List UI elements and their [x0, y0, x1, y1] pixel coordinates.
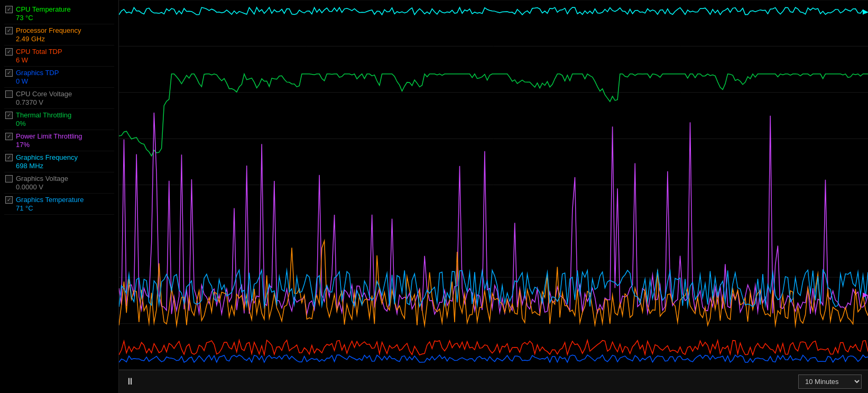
chart-canvas-wrapper [119, 0, 868, 370]
metric-header-thermal-throttling: Thermal Throttling [5, 111, 113, 119]
metric-name-cpu-core-voltage: CPU Core Voltage [16, 90, 72, 98]
metric-value-graphics-voltage: 0.0000 V [5, 183, 113, 191]
metric-checkbox-power-limit-throttling[interactable] [5, 133, 13, 140]
metric-item-graphics-frequency: Graphics Frequency698 MHz [4, 151, 114, 172]
metric-name-graphics-tdp: Graphics TDP [16, 69, 59, 77]
metric-item-cpu-core-voltage: CPU Core Voltage0.7370 V [4, 88, 114, 109]
metric-header-cpu-total-tdp: CPU Total TDP [5, 48, 113, 56]
metric-value-graphics-temperature: 71 °C [5, 204, 113, 212]
metric-name-graphics-temperature: Graphics Temperature [16, 196, 84, 204]
metric-header-power-limit-throttling: Power Limit Throttling [5, 132, 113, 140]
metric-value-thermal-throttling: 0% [5, 120, 113, 127]
metric-checkbox-cpu-core-voltage[interactable] [5, 90, 13, 98]
metric-name-power-limit-throttling: Power Limit Throttling [16, 132, 82, 140]
metric-item-graphics-temperature: Graphics Temperature71 °C [4, 194, 114, 215]
metric-name-processor-frequency: Processor Frequency [16, 26, 81, 34]
metric-value-processor-frequency: 2.49 GHz [5, 35, 113, 43]
metric-value-cpu-total-tdp: 6 W [5, 56, 113, 64]
metric-header-cpu-temperature: CPU Temperature [5, 5, 113, 13]
metric-item-thermal-throttling: Thermal Throttling0% [4, 109, 114, 130]
chart-area: ⏸ 1 Minute5 Minutes10 Minutes30 Minutes6… [119, 0, 868, 393]
metric-header-graphics-frequency: Graphics Frequency [5, 153, 113, 161]
metric-value-graphics-tdp: 0 W [5, 77, 113, 85]
metric-header-graphics-tdp: Graphics TDP [5, 69, 113, 77]
metric-header-graphics-voltage: Graphics Voltage [5, 175, 113, 182]
metric-name-graphics-voltage: Graphics Voltage [16, 175, 68, 182]
metric-header-processor-frequency: Processor Frequency [5, 26, 113, 34]
metric-item-graphics-tdp: Graphics TDP0 W [4, 67, 114, 88]
metric-checkbox-graphics-frequency[interactable] [5, 154, 13, 161]
pause-button[interactable]: ⏸ [125, 376, 136, 387]
metrics-panel: CPU Temperature73 °CProcessor Frequency2… [0, 0, 119, 393]
metric-value-power-limit-throttling: 17% [5, 141, 113, 149]
metric-item-processor-frequency: Processor Frequency2.49 GHz [4, 24, 114, 45]
metric-name-cpu-total-tdp: CPU Total TDP [16, 48, 62, 56]
metric-item-cpu-temperature: CPU Temperature73 °C [4, 3, 114, 24]
main-chart [119, 0, 868, 370]
metric-name-graphics-frequency: Graphics Frequency [16, 153, 78, 161]
metric-item-cpu-total-tdp: CPU Total TDP6 W [4, 45, 114, 67]
time-range-select[interactable]: 1 Minute5 Minutes10 Minutes30 Minutes60 … [798, 374, 862, 389]
metric-value-cpu-core-voltage: 0.7370 V [5, 98, 113, 106]
metric-checkbox-graphics-tdp[interactable] [5, 69, 13, 77]
metric-name-thermal-throttling: Thermal Throttling [16, 111, 71, 119]
metric-item-graphics-voltage: Graphics Voltage0.0000 V [4, 172, 114, 194]
metric-checkbox-cpu-total-tdp[interactable] [5, 48, 13, 56]
metric-value-cpu-temperature: 73 °C [5, 14, 113, 22]
metric-header-graphics-temperature: Graphics Temperature [5, 196, 113, 204]
metric-checkbox-thermal-throttling[interactable] [5, 112, 13, 119]
metric-header-cpu-core-voltage: CPU Core Voltage [5, 90, 113, 98]
metric-value-graphics-frequency: 698 MHz [5, 162, 113, 170]
metric-name-cpu-temperature: CPU Temperature [16, 5, 71, 13]
metric-checkbox-graphics-voltage[interactable] [5, 175, 13, 182]
metric-checkbox-graphics-temperature[interactable] [5, 196, 13, 204]
metric-item-power-limit-throttling: Power Limit Throttling17% [4, 130, 114, 151]
bottom-bar: ⏸ 1 Minute5 Minutes10 Minutes30 Minutes6… [119, 370, 868, 393]
metric-checkbox-processor-frequency[interactable] [5, 27, 13, 34]
metric-checkbox-cpu-temperature[interactable] [5, 6, 13, 13]
